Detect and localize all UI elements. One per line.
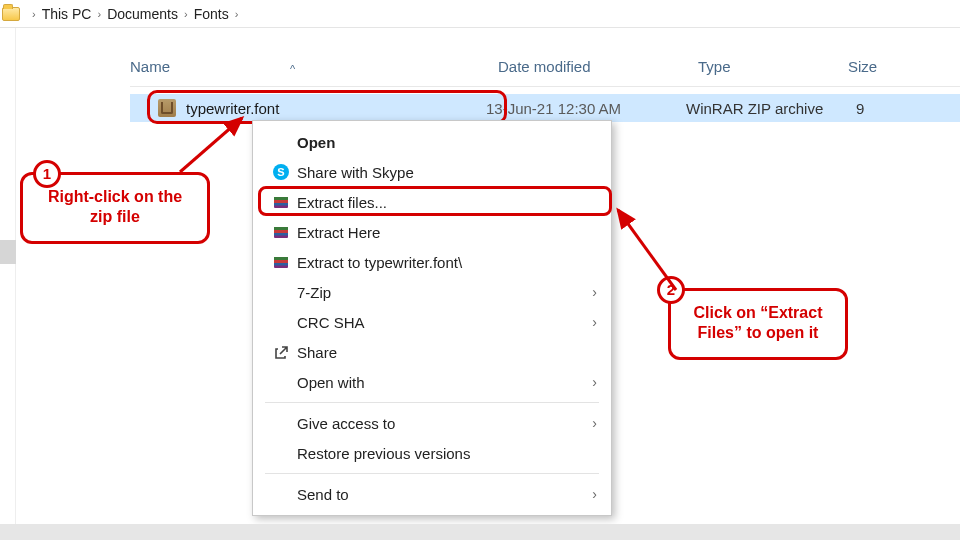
- winrar-icon: [269, 254, 293, 270]
- column-header-label: Size: [848, 58, 877, 75]
- column-header-label: Name: [130, 58, 170, 75]
- menu-item-label: Extract files...: [297, 194, 597, 211]
- chevron-right-icon: ›: [592, 374, 597, 390]
- column-header-label: Type: [698, 58, 731, 75]
- column-header-label: Date modified: [498, 58, 591, 75]
- chevron-right-icon: ›: [97, 8, 101, 20]
- annotation-badge: 2: [657, 276, 685, 304]
- menu-item-label: Extract Here: [297, 224, 597, 241]
- chevron-right-icon: ›: [592, 284, 597, 300]
- file-size: 9: [856, 100, 864, 117]
- share-icon: [269, 344, 293, 360]
- svg-rect-6: [274, 230, 288, 233]
- menu-item-share-skype[interactable]: Share with Skype: [253, 157, 611, 187]
- menu-item-label: CRC SHA: [297, 314, 592, 331]
- chevron-right-icon: ›: [32, 8, 36, 20]
- menu-item-extract-to[interactable]: Extract to typewriter.font\: [253, 247, 611, 277]
- column-headers: Name ^ Date modified Type Size: [130, 48, 960, 84]
- menu-item-label: Extract to typewriter.font\: [297, 254, 597, 271]
- annotation-callout-2: 2 Click on “Extract Files” to open it: [668, 288, 848, 360]
- winrar-icon: [269, 194, 293, 210]
- sidebar: s (C:): [0, 28, 16, 540]
- menu-item-label: Open with: [297, 374, 592, 391]
- menu-separator: [265, 402, 599, 403]
- svg-rect-10: [274, 260, 288, 263]
- breadcrumb[interactable]: › This PC › Documents › Fonts ›: [0, 0, 960, 28]
- svg-rect-7: [274, 233, 288, 236]
- winrar-icon: [269, 224, 293, 240]
- svg-rect-1: [274, 197, 288, 200]
- menu-item-label: Open: [297, 134, 597, 151]
- annotation-text: Right-click on the zip file: [48, 188, 182, 225]
- chevron-right-icon: ›: [184, 8, 188, 20]
- skype-icon: [269, 164, 293, 180]
- sort-caret-icon: ^: [290, 63, 295, 75]
- menu-separator: [265, 473, 599, 474]
- menu-item-label: Give access to: [297, 415, 592, 432]
- breadcrumb-item[interactable]: Fonts: [194, 6, 229, 22]
- file-name: typewriter.font: [186, 100, 486, 117]
- sidebar-item[interactable]: s: [0, 240, 16, 264]
- breadcrumb-item[interactable]: This PC: [42, 6, 92, 22]
- menu-item-crc-sha[interactable]: CRC SHA ›: [253, 307, 611, 337]
- svg-line-12: [180, 118, 242, 172]
- menu-item-give-access[interactable]: Give access to ›: [253, 408, 611, 438]
- divider: [130, 86, 960, 87]
- menu-item-restore-versions[interactable]: Restore previous versions: [253, 438, 611, 468]
- chevron-right-icon: ›: [592, 415, 597, 431]
- annotation-number: 1: [43, 165, 51, 184]
- column-header-name[interactable]: Name ^: [130, 58, 498, 75]
- chevron-right-icon: ›: [592, 314, 597, 330]
- annotation-callout-1: 1 Right-click on the zip file: [20, 172, 210, 244]
- menu-item-label: 7-Zip: [297, 284, 592, 301]
- annotation-number: 2: [667, 281, 675, 300]
- annotation-text: Click on “Extract Files” to open it: [694, 304, 823, 341]
- svg-rect-3: [274, 203, 288, 206]
- column-header-size[interactable]: Size: [848, 58, 877, 75]
- menu-item-label: Share with Skype: [297, 164, 597, 181]
- folder-icon: [2, 7, 20, 21]
- sidebar-item[interactable]: (C:): [0, 398, 16, 422]
- menu-item-label: Send to: [297, 486, 592, 503]
- annotation-badge: 1: [33, 160, 61, 188]
- svg-rect-5: [274, 227, 288, 230]
- menu-item-extract-files[interactable]: Extract files...: [253, 187, 611, 217]
- file-type: WinRAR ZIP archive: [686, 100, 856, 117]
- archive-icon: [158, 99, 176, 117]
- svg-rect-9: [274, 257, 288, 260]
- column-header-date[interactable]: Date modified: [498, 58, 698, 75]
- breadcrumb-item[interactable]: Documents: [107, 6, 178, 22]
- menu-item-label: Share: [297, 344, 597, 361]
- menu-item-label: Restore previous versions: [297, 445, 597, 462]
- menu-item-share[interactable]: Share: [253, 337, 611, 367]
- menu-item-7zip[interactable]: 7-Zip ›: [253, 277, 611, 307]
- file-date: 13-Jun-21 12:30 AM: [486, 100, 686, 117]
- context-menu: Open Share with Skype Extract files... E…: [252, 120, 612, 516]
- chevron-right-icon: ›: [592, 486, 597, 502]
- menu-item-open[interactable]: Open: [253, 127, 611, 157]
- menu-item-open-with[interactable]: Open with ›: [253, 367, 611, 397]
- column-header-type[interactable]: Type: [698, 58, 848, 75]
- menu-item-send-to[interactable]: Send to ›: [253, 479, 611, 509]
- menu-item-extract-here[interactable]: Extract Here: [253, 217, 611, 247]
- svg-rect-11: [274, 263, 288, 266]
- svg-rect-2: [274, 200, 288, 203]
- file-row[interactable]: typewriter.font 13-Jun-21 12:30 AM WinRA…: [130, 94, 960, 122]
- chevron-right-icon: ›: [235, 8, 239, 20]
- status-bar: [0, 524, 960, 540]
